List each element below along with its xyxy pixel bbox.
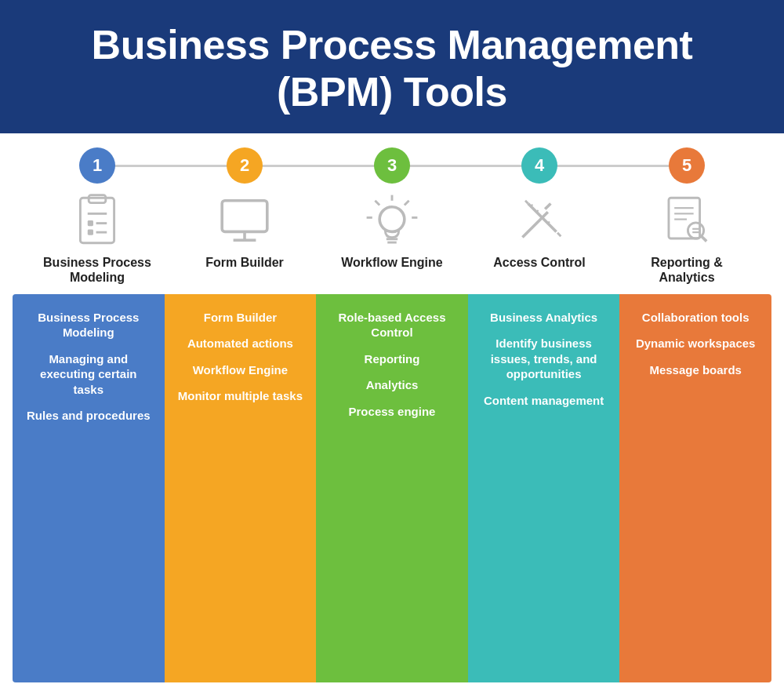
- content-col-3: Role-based Access Control Reporting Anal…: [316, 294, 468, 682]
- step-circle-4: 4: [521, 147, 557, 184]
- step-icon-2: [209, 191, 280, 250]
- content-item: Dynamic workspaces: [632, 336, 759, 351]
- step-label-5: Reporting &Analytics: [651, 255, 723, 285]
- content-item: Role-based Access Control: [328, 310, 456, 340]
- page-wrapper: Business Process Management (BPM) Tools …: [0, 0, 784, 695]
- svg-line-33: [702, 236, 706, 241]
- content-col-2: Form Builder Automated actions Workflow …: [165, 294, 317, 682]
- content-col-1: Business Process Modeling Managing and e…: [13, 294, 165, 682]
- step-label-3: Workflow Engine: [341, 255, 442, 270]
- steps-section: 1 Business ProcessModeling 2: [0, 133, 784, 285]
- step-label-1: Business ProcessModeling: [43, 255, 151, 285]
- content-item: Analytics: [328, 377, 456, 393]
- bulb-icon: [364, 192, 420, 249]
- clipboard-icon: [69, 192, 125, 249]
- header-section: Business Process Management (BPM) Tools: [0, 0, 784, 133]
- svg-rect-0: [80, 198, 114, 243]
- step-label-4: Access Control: [493, 255, 585, 270]
- svg-point-15: [379, 207, 405, 232]
- svg-line-22: [525, 201, 528, 204]
- svg-line-18: [522, 212, 547, 237]
- svg-rect-3: [88, 220, 93, 226]
- step-icon-3: [357, 191, 427, 250]
- content-item: Workflow Engine: [177, 362, 304, 378]
- step-col-5: 5 Reporting &Analytics: [620, 147, 753, 285]
- content-item: Identify business issues, trends, and op…: [481, 336, 608, 382]
- svg-rect-5: [88, 230, 93, 235]
- step-circle-5: 5: [669, 147, 705, 184]
- svg-line-23: [557, 233, 561, 236]
- content-item: Business Analytics: [481, 310, 608, 326]
- step-icon-5: [652, 191, 722, 250]
- content-item: Rules and procedures: [25, 408, 152, 424]
- step-col-4: 4: [473, 147, 605, 270]
- step-col-3: 3 Workflo: [325, 147, 458, 270]
- content-grid: Business Process Modeling Managing and e…: [13, 294, 771, 682]
- step-circle-2: 2: [227, 147, 263, 184]
- step-circle-3: 3: [374, 147, 410, 184]
- step-col-1: 1 Business ProcessModeling: [31, 147, 163, 285]
- svg-line-20: [545, 203, 550, 209]
- content-item: Managing and executing certain tasks: [25, 351, 152, 398]
- content-item: Reporting: [328, 351, 456, 367]
- monitor-icon: [216, 192, 273, 249]
- content-item: Automated actions: [177, 336, 304, 351]
- report-icon: [659, 192, 715, 249]
- content-col-5: Collaboration tools Dynamic workspaces M…: [619, 294, 771, 682]
- svg-line-11: [375, 201, 379, 206]
- content-col-4: Business Analytics Identify business iss…: [468, 294, 620, 682]
- step-circle-1: 1: [79, 147, 115, 184]
- step-label-2: Form Builder: [205, 255, 284, 270]
- svg-line-13: [405, 201, 409, 206]
- content-item: Content management: [481, 393, 608, 409]
- steps-row: 1 Business ProcessModeling 2: [24, 147, 760, 285]
- content-item: Monitor multiple tasks: [177, 388, 304, 404]
- svg-point-32: [688, 223, 703, 238]
- content-item: Business Process Modeling: [25, 310, 152, 340]
- svg-rect-7: [222, 201, 267, 232]
- step-icon-1: [62, 191, 132, 250]
- pencil-ruler-icon: [511, 192, 568, 249]
- content-item: Collaboration tools: [632, 310, 759, 326]
- page-title: Business Process Management (BPM) Tools: [31, 22, 753, 116]
- step-icon-4: [504, 191, 575, 250]
- content-item: Message boards: [632, 362, 759, 378]
- step-col-2: 2 Form Builder: [178, 147, 310, 270]
- content-item: Process engine: [328, 404, 456, 420]
- content-item: Form Builder: [177, 310, 304, 326]
